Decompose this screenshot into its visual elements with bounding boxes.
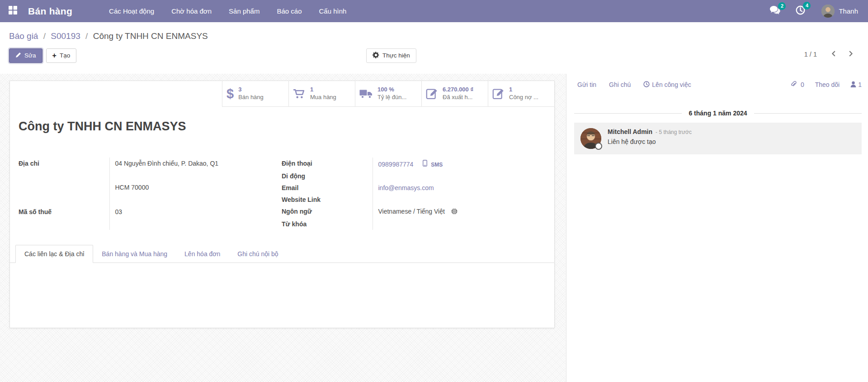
- button-row: Sửa + Tạo Thực hiện 1 / 1: [9, 48, 857, 63]
- mobile-value[interactable]: [373, 170, 546, 182]
- follow-button[interactable]: Theo dõi: [815, 81, 840, 88]
- pager-text: 1 / 1: [804, 51, 817, 58]
- activities-badge: 4: [803, 2, 811, 10]
- schedule-activity-button[interactable]: Lên công việc: [643, 81, 691, 89]
- send-sms-button[interactable]: SMS: [423, 161, 443, 168]
- message-timestamp: - 5 tháng trước: [656, 129, 692, 135]
- stat-button-debt[interactable]: 1 Công nợ ...: [488, 81, 554, 107]
- tab-content: [10, 263, 554, 303]
- action-button[interactable]: Thực hiện: [366, 48, 416, 63]
- notebook-tabs: Các liên lạc & Địa chỉ Bán hàng và Mua h…: [10, 245, 554, 263]
- left-field-group: Địa chỉ 04 Nguyễn Đình chiểu, P. Dakao, …: [19, 158, 272, 230]
- mobile-phone-icon: [423, 161, 429, 168]
- dollar-icon: $: [226, 87, 234, 100]
- pager-next-button[interactable]: [846, 49, 856, 59]
- email-value-link[interactable]: info@enmasys.com: [378, 184, 434, 191]
- menu-configuration[interactable]: Cấu hình: [311, 0, 355, 22]
- app-name[interactable]: Bán hàng: [28, 6, 72, 17]
- date-separator-line: [754, 113, 862, 114]
- content: $ 3 Bán hàng 1 Mua hàng: [0, 74, 868, 382]
- app-menu: Các Hoạt động Chờ hóa đơn Sản phẩm Báo c…: [100, 0, 355, 22]
- breadcrumb-separator: /: [83, 31, 90, 41]
- right-field-group: Điện thoại 0989987774 SMS: [282, 158, 546, 230]
- stat-value: 3: [238, 86, 264, 94]
- stat-button-bar: $ 3 Bán hàng 1 Mua hàng: [10, 81, 554, 107]
- messages-button[interactable]: 2: [770, 6, 780, 17]
- partner-name-title: Công ty TNHH CN ENMASYS: [19, 119, 554, 134]
- breadcrumb-quotations[interactable]: Báo giá: [9, 31, 38, 41]
- top-navbar: Bán hàng Các Hoạt động Chờ hóa đơn Sản p…: [0, 0, 868, 22]
- chatter-header: Gửi tin Ghi chú Lên công việc: [574, 81, 862, 89]
- stat-button-purchases[interactable]: 1 Mua hàng: [288, 81, 355, 107]
- user-name[interactable]: Thanh: [839, 7, 858, 15]
- date-separator-text: 6 tháng 1 năm 2024: [682, 110, 754, 117]
- form-view-area: $ 3 Bán hàng 1 Mua hàng: [0, 74, 566, 382]
- chatter-panel: Gửi tin Ghi chú Lên công việc: [566, 74, 868, 382]
- apps-menu-button[interactable]: [0, 0, 25, 22]
- chevron-right-icon: [848, 50, 854, 58]
- mobile-label: Di động: [282, 170, 373, 182]
- pager-previous-button[interactable]: [829, 49, 839, 59]
- paperclip-icon: [790, 81, 797, 89]
- message-body: Liên hệ được tạo: [608, 138, 692, 145]
- message-type-icon: [595, 143, 602, 150]
- log-note-button[interactable]: Ghi chú: [609, 81, 631, 88]
- menu-products[interactable]: Sản phẩm: [220, 0, 268, 22]
- stat-button-on-time-rate[interactable]: 100 % Tỷ lệ đún...: [355, 81, 421, 107]
- stat-label: Đã xuất h...: [443, 94, 473, 101]
- tax-id-label: Mã số thuế: [19, 206, 109, 230]
- phone-label: Điện thoại: [282, 158, 373, 170]
- clock-icon: [643, 81, 650, 89]
- tab-internal-notes[interactable]: Ghi chú nội bộ: [229, 245, 287, 263]
- globe-icon[interactable]: [451, 209, 458, 216]
- messages-badge: 2: [778, 2, 786, 10]
- message-author[interactable]: Mitchell Admin: [608, 128, 652, 135]
- stat-button-sales[interactable]: $ 3 Bán hàng: [222, 81, 288, 107]
- keyword-label: Từ khóa: [282, 218, 373, 230]
- menu-to-invoice[interactable]: Chờ hóa đơn: [163, 0, 220, 22]
- delivery-truck-icon: [359, 89, 373, 99]
- field-groups: Địa chỉ 04 Nguyễn Đình chiểu, P. Dakao, …: [19, 158, 554, 230]
- menu-reports[interactable]: Báo cáo: [268, 0, 310, 22]
- stat-value: 1: [509, 86, 538, 94]
- send-message-button[interactable]: Gửi tin: [577, 81, 596, 88]
- gear-icon: [373, 52, 379, 60]
- date-separator: 6 tháng 1 năm 2024: [574, 110, 862, 117]
- user-avatar[interactable]: [821, 5, 835, 18]
- create-button[interactable]: + Tạo: [46, 48, 77, 63]
- attachments-count: 0: [801, 81, 804, 88]
- systray: 2 4 Thanh: [755, 5, 868, 18]
- plus-icon: +: [52, 52, 57, 60]
- stat-label: Công nợ ...: [509, 94, 538, 101]
- stat-value: 6.270.000 ₫: [443, 86, 473, 94]
- menu-activities[interactable]: Các Hoạt động: [100, 0, 163, 22]
- edit-square-icon: [426, 88, 438, 100]
- shopping-cart-icon: [293, 89, 306, 99]
- keyword-value[interactable]: [373, 218, 546, 230]
- followers-button[interactable]: 1: [850, 81, 862, 89]
- phone-value-link[interactable]: 0989987774: [378, 161, 414, 168]
- website-value[interactable]: [373, 194, 546, 205]
- attachments-button[interactable]: 0: [790, 81, 804, 89]
- tab-sales-purchase[interactable]: Bán hàng và Mua hàng: [93, 245, 176, 263]
- stat-label: Bán hàng: [238, 94, 264, 101]
- breadcrumb-order[interactable]: S00193: [51, 31, 80, 41]
- tab-invoicing[interactable]: Lên hóa đơn: [176, 245, 229, 263]
- edit-button[interactable]: Sửa: [9, 48, 42, 63]
- control-panel: Báo giá / S00193 / Công ty TNHH CN ENMAS…: [0, 22, 868, 74]
- stat-button-invoiced[interactable]: 6.270.000 ₫ Đã xuất h...: [421, 81, 488, 107]
- apps-grid-icon: [8, 5, 18, 17]
- pencil-icon: [15, 52, 21, 59]
- tax-id-value: 03: [109, 206, 272, 230]
- tab-contacts-addresses[interactable]: Các liên lạc & Địa chỉ: [15, 245, 93, 263]
- breadcrumb: Báo giá / S00193 / Công ty TNHH CN ENMAS…: [9, 31, 857, 41]
- address-line1: 04 Nguyễn Đình chiểu, P. Dakao, Q1: [109, 158, 272, 181]
- activities-button[interactable]: 4: [796, 5, 805, 17]
- followers-count: 1: [858, 81, 862, 88]
- edit-square-icon: [492, 88, 505, 100]
- stat-label: Tỷ lệ đún...: [377, 94, 406, 101]
- stat-label: Mua hàng: [310, 94, 336, 101]
- language-value[interactable]: Vietnamese / Tiếng Việt: [378, 208, 445, 215]
- address-line2: HCM 70000: [109, 181, 272, 205]
- breadcrumb-current: Công ty TNHH CN ENMASYS: [93, 31, 208, 41]
